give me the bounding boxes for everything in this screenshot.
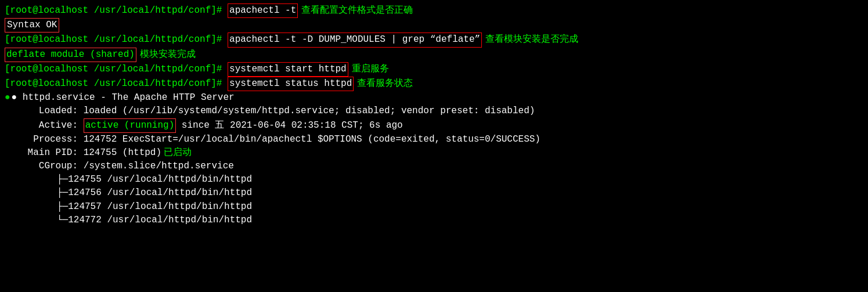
annotation-6: 查看服务状态 <box>357 77 413 91</box>
line-tree-1: ├─124755 /usr/local/httpd/bin/httpd <box>5 173 863 186</box>
loaded-label: Loaded: <box>22 104 84 118</box>
annotation-4: 模块安装完成 <box>140 48 196 62</box>
prompt-3: [root@localhost /usr/local/httpd/conf]# <box>5 33 228 46</box>
tree-entry-4: └─124772 /usr/local/httpd/bin/httpd <box>57 214 252 227</box>
cmd-status-httpd: systemctl status httpd <box>228 77 354 91</box>
deflate-module-text: deflate module (shared) <box>5 48 136 62</box>
line-tree-4: └─124772 /usr/local/httpd/bin/httpd <box>5 214 863 227</box>
syntax-ok-text: Syntax OK <box>5 18 59 33</box>
active-since: since 五 2021-06-04 02:35:18 CST; 6s ago <box>176 119 402 132</box>
active-running-badge: active (running) <box>84 118 177 133</box>
line-cgroup: CGroup: /system.slice/httpd.service <box>5 160 863 173</box>
line-apachectl-t: [root@localhost /usr/local/httpd/conf]# … <box>5 3 863 18</box>
loaded-value: loaded (/usr/lib/systemd/system/httpd.se… <box>84 104 535 118</box>
main-pid-label: Main PID: <box>22 146 84 160</box>
terminal: [root@localhost /usr/local/httpd/conf]# … <box>5 3 863 227</box>
annotation-5: 重启服务 <box>352 63 389 76</box>
line-loaded: Loaded: loaded (/usr/lib/systemd/system/… <box>5 104 863 118</box>
prompt-6: [root@localhost /usr/local/httpd/conf]# <box>5 77 228 91</box>
line-start-httpd: [root@localhost /usr/local/httpd/conf]# … <box>5 62 863 77</box>
line-dump-modules: [root@localhost /usr/local/httpd/conf]# … <box>5 33 863 47</box>
line-active: Active: active (running) since 五 2021-06… <box>5 118 863 133</box>
main-pid-value: 124755 (httpd) <box>84 146 161 160</box>
service-name: ● httpd.service - The Apache HTTP Server <box>12 91 235 104</box>
line-main-pid: Main PID: 124755 (httpd)已启动 <box>5 146 863 160</box>
process-value: 124752 ExecStart=/usr/local/bin/apachect… <box>84 133 541 146</box>
line-status-httpd: [root@localhost /usr/local/httpd/conf]# … <box>5 77 863 91</box>
line-deflate-module: deflate module (shared)模块安装完成 <box>5 48 863 62</box>
process-label: Process: <box>22 133 84 146</box>
prompt-5: [root@localhost /usr/local/httpd/conf]# <box>5 63 228 76</box>
line-syntax-ok: Syntax OK <box>5 18 863 33</box>
annotation-1: 查看配置文件格式是否正确 <box>301 4 413 17</box>
line-process: Process: 124752 ExecStart=/usr/local/bin… <box>5 133 863 146</box>
cgroup-label: CGroup: <box>22 160 84 173</box>
cmd-dump-modules: apachectl -t -D DUMP_MODULES | grep “def… <box>228 33 482 47</box>
line-tree-3: ├─124757 /usr/local/httpd/bin/httpd <box>5 200 863 214</box>
tree-entry-2: ├─124756 /usr/local/httpd/bin/httpd <box>57 186 252 200</box>
line-service-header: ●● httpd.service - The Apache HTTP Serve… <box>5 91 863 104</box>
cgroup-value: /system.slice/httpd.service <box>84 160 234 173</box>
prompt-1: [root@localhost /usr/local/httpd/conf]# <box>5 4 228 17</box>
line-tree-2: ├─124756 /usr/local/httpd/bin/httpd <box>5 186 863 200</box>
cmd-apachectl-t: apachectl -t <box>228 3 298 18</box>
started-label: 已启动 <box>164 146 192 160</box>
active-label: Active: <box>22 119 84 132</box>
tree-entry-1: ├─124755 /usr/local/httpd/bin/httpd <box>57 173 252 186</box>
bullet-icon: ● <box>5 91 10 104</box>
annotation-3: 查看模块安装是否完成 <box>485 33 578 46</box>
tree-entry-3: ├─124757 /usr/local/httpd/bin/httpd <box>57 200 252 214</box>
cmd-start-httpd: systemctl start httpd <box>228 62 348 77</box>
